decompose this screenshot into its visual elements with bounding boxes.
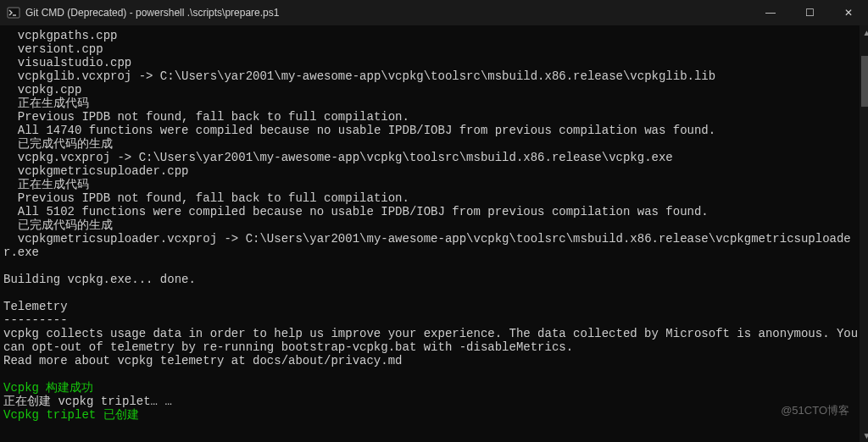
- terminal-viewport[interactable]: vcpkgpaths.cpp versiont.cpp visualstudio…: [0, 25, 860, 442]
- close-icon: ✕: [844, 7, 853, 19]
- chevron-up-icon: ▲: [862, 28, 868, 37]
- maximize-icon: ☐: [805, 7, 815, 19]
- scroll-up-button[interactable]: ▲: [860, 25, 868, 39]
- chevron-down-icon: ▼: [862, 431, 868, 440]
- minimize-button[interactable]: —: [751, 0, 790, 25]
- maximize-button[interactable]: ☐: [790, 0, 829, 25]
- git-terminal-icon: [7, 6, 20, 19]
- svg-rect-0: [8, 8, 19, 18]
- minimize-icon: —: [765, 7, 776, 19]
- titlebar[interactable]: Git CMD (Deprecated) - powershell .\scri…: [0, 0, 868, 25]
- window-title: Git CMD (Deprecated) - powershell .\scri…: [25, 7, 279, 19]
- scroll-thumb[interactable]: [861, 56, 868, 107]
- console-output: vcpkgpaths.cpp versiont.cpp visualstudio…: [3, 29, 860, 422]
- scroll-down-button[interactable]: ▼: [860, 428, 868, 442]
- client-area: vcpkgpaths.cpp versiont.cpp visualstudio…: [0, 25, 868, 442]
- vertical-scrollbar[interactable]: ▲ ▼: [860, 25, 868, 442]
- close-button[interactable]: ✕: [829, 0, 868, 25]
- window-root: Git CMD (Deprecated) - powershell .\scri…: [0, 0, 868, 442]
